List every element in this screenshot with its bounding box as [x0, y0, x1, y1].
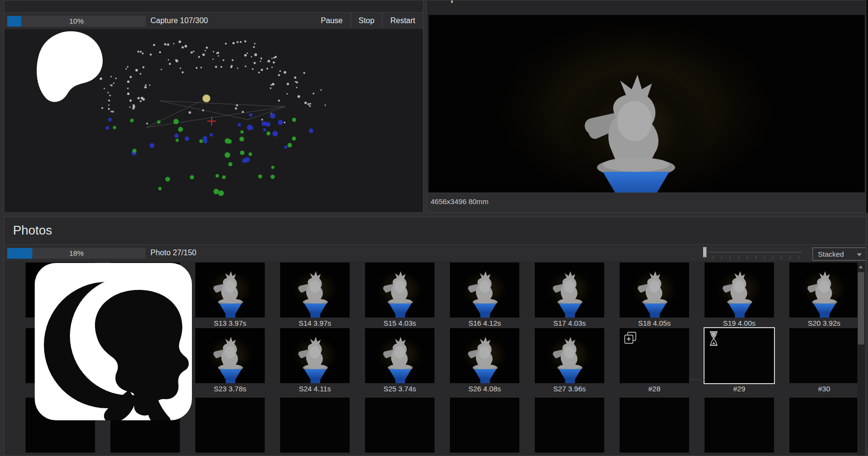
photo-thumbnail[interactable]: S27 3.96s — [535, 328, 604, 383]
scene-panel-title: Scene — [12, 0, 48, 3]
photo-thumbnail[interactable]: S26 4.08s — [450, 328, 519, 383]
photo-thumbnail[interactable]: S19 4.00s — [705, 263, 774, 318]
scroll-up-icon[interactable] — [859, 265, 863, 268]
photo-thumbnail[interactable]: S18 4.05s — [620, 263, 689, 318]
photo-label: S24 4.11s — [271, 385, 358, 394]
photo-label: #40 — [781, 454, 866, 456]
photo-label: S23 3.78s — [187, 385, 273, 394]
photo-label: S20 3.92s — [781, 319, 866, 329]
photo-thumbnail[interactable]: S16 4.12s — [450, 263, 519, 318]
photo-thumbnail[interactable]: S23 3.78s — [195, 328, 265, 383]
photo-label: S26 4.08s — [441, 385, 528, 394]
photo-label: #38 — [611, 454, 698, 456]
photo-label: S15 4.03s — [356, 319, 443, 329]
scrollbar-thumb[interactable] — [858, 272, 864, 345]
thumbnail-image — [195, 328, 265, 383]
photo-placeholder[interactable]: #38 — [620, 398, 689, 453]
photo-thumbnail[interactable]: S24 4.11s — [280, 328, 350, 383]
photo-label: #30 — [781, 385, 866, 394]
stop-button[interactable]: Stop — [351, 13, 382, 28]
thumbnail-image — [620, 263, 689, 318]
photo-thumbnail[interactable]: S17 4.03s — [535, 263, 604, 318]
photo-label: S18 4.05s — [611, 319, 698, 329]
photo-label: #36 — [441, 454, 528, 456]
photo-placeholder[interactable]: #36 — [450, 398, 519, 453]
photo-label: S16 4.12s — [441, 319, 528, 329]
photo-label: S25 3.74s — [356, 385, 443, 394]
white-blob-watermark — [34, 29, 106, 107]
photo-label: #32 — [102, 454, 189, 456]
thumbnail-image — [450, 328, 519, 383]
photo-thumbnail[interactable]: S13 3.97s — [195, 263, 265, 318]
window-edge — [866, 0, 868, 213]
photo-placeholder[interactable]: #35 — [365, 398, 434, 453]
thumbnail-image — [365, 328, 434, 383]
scene-buttons: Pause Stop Restart — [313, 13, 423, 28]
photo-thumbnail[interactable]: S14 3.97s — [280, 263, 350, 318]
capture-panel: Capture 4656x3496 80mm — [426, 0, 866, 213]
photo-placeholder[interactable]: #40 — [789, 398, 859, 453]
photo-placeholder[interactable]: #29 — [705, 328, 774, 383]
scene-progress-text: 10% — [7, 16, 146, 27]
photo-placeholder[interactable]: #37 — [535, 398, 604, 453]
thumbnail-image — [705, 263, 774, 318]
photo-label: S19 4.00s — [696, 319, 783, 329]
capture-panel-title: Capture — [434, 0, 479, 3]
photos-scrollbar[interactable] — [857, 263, 865, 456]
photo-placeholder[interactable]: #39 — [705, 398, 774, 453]
photo-label: S27 3.96s — [526, 385, 613, 394]
stack-link-line — [689, 379, 705, 380]
thumbnail-image — [450, 263, 519, 318]
photo-thumbnail[interactable]: S15 4.03s — [365, 263, 434, 318]
thumbnail-image — [195, 263, 265, 318]
photo-label: #34 — [271, 454, 358, 456]
thumbnail-image — [789, 263, 859, 318]
crescent-figure-logo-watermark — [35, 263, 192, 420]
thumbnail-image — [535, 328, 604, 383]
photo-placeholder[interactable]: #33 — [195, 398, 265, 453]
restart-button[interactable]: Restart — [382, 13, 423, 28]
photo-label: S17 4.03s — [526, 319, 613, 329]
thumbnail-image — [365, 263, 434, 318]
photo-label: #31 — [17, 454, 104, 456]
scene-progress-bar: 10% — [7, 16, 146, 27]
photo-label: #37 — [526, 454, 613, 456]
photo-label: S13 3.97s — [187, 319, 273, 329]
photo-thumbnail[interactable]: S20 3.92s — [789, 263, 859, 318]
photo-label: S14 3.97s — [271, 319, 358, 329]
photo-placeholder[interactable]: #30 — [789, 328, 859, 383]
photo-placeholder[interactable]: #28 — [620, 328, 689, 383]
thumbnail-image — [280, 263, 350, 318]
capture-info: 4656x3496 80mm — [427, 193, 866, 212]
photo-label: #33 — [187, 454, 273, 456]
pause-button[interactable]: Pause — [313, 13, 350, 28]
app-window: Scene 10% Capture 107/300 Pause Stop Res… — [0, 0, 868, 456]
thumbnail-image — [535, 263, 604, 318]
photo-label: #28 — [611, 385, 698, 394]
photo-placeholder[interactable]: #34 — [280, 398, 350, 453]
photo-label: #29 — [696, 385, 783, 394]
add-stack-icon — [624, 331, 638, 345]
capture-photo — [429, 15, 865, 193]
capture-preview[interactable] — [429, 15, 864, 193]
photo-thumbnail[interactable]: S25 3.74s — [365, 328, 434, 383]
hourglass-icon — [708, 331, 719, 346]
thumbnail-image — [280, 328, 350, 383]
photo-label: #39 — [696, 454, 783, 456]
photo-label: #35 — [356, 454, 443, 456]
scene-toolbar: 10% Capture 107/300 Pause Stop Restart — [4, 12, 423, 29]
scene-capture-counter: Capture 107/300 — [150, 13, 208, 29]
